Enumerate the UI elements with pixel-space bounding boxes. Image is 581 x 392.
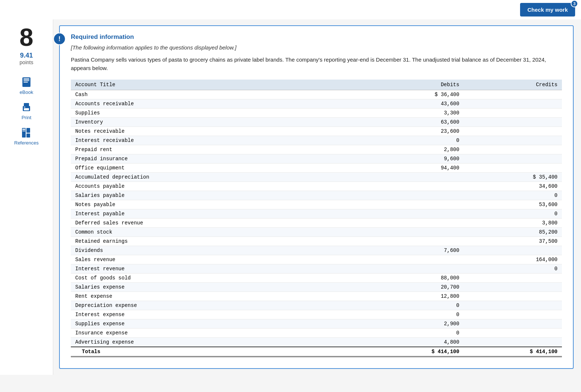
debit-cell: 7,600 [366,246,464,255]
table-row: Advertising expense4,800 [71,338,562,347]
table-row: Interest payable0 [71,209,562,219]
debit-cell: 20,700 [366,283,464,292]
credit-cell [464,301,562,310]
table-row: Dividends7,600 [71,246,562,255]
debit-cell: 0 [366,310,464,319]
account-cell: Accounts receivable [71,99,366,109]
table-row: Salaries payable0 [71,191,562,200]
account-cell: Advertising expense [71,338,366,347]
italic-info-text: [The following information applies to th… [71,44,562,51]
svg-rect-3 [23,82,28,83]
print-label: Print [22,115,32,120]
debit-cell: 43,600 [366,99,464,109]
debit-cell: 0 [366,329,464,338]
account-cell: Interest receivable [71,136,366,145]
credit-cell: 0 [464,264,562,274]
table-row: Office equipment94,400 [71,164,562,173]
credit-cell [464,292,562,301]
credit-cell: 3,800 [464,219,562,228]
question-number: 8 [19,25,33,50]
ebook-label: eBook [20,89,33,95]
debit-cell: 88,000 [366,274,464,283]
debit-cell: 94,400 [366,164,464,173]
credit-cell: 0 [464,191,562,200]
debit-cell [366,209,464,219]
svg-rect-5 [24,103,29,107]
table-row: Depreciation expense0 [71,301,562,310]
table-row: Notes receivable23,600 [71,127,562,136]
debit-cell [366,200,464,209]
credit-cell [464,319,562,329]
left-sidebar: 8 9.41 points eBook [0,19,53,375]
account-cell: Cost of goods sold [71,274,366,283]
debit-cell: 4,800 [366,338,464,347]
table-row: Cash$ 36,400 [71,90,562,99]
info-icon: ! [53,33,66,45]
table-row: Salaries expense20,700 [71,283,562,292]
table-row: Cost of goods sold88,000 [71,274,562,283]
debit-cell: 0 [366,301,464,310]
credit-cell [464,310,562,319]
col-header-debits: Debits [366,80,464,90]
ebook-button[interactable]: eBook [20,76,33,95]
credit-cell [464,127,562,136]
references-icon [20,126,33,139]
svg-rect-9 [26,128,30,133]
account-cell: Prepaid insurance [71,154,366,164]
debit-cell: 0 [366,136,464,145]
table-row: Rent expense12,800 [71,292,562,301]
credit-cell: 85,200 [464,228,562,237]
credit-cell [464,329,562,338]
trial-balance-table: Account Title Debits Credits Cash$ 36,40… [71,80,562,357]
references-button[interactable]: References [14,126,39,146]
credit-cell [464,136,562,145]
print-button[interactable]: Print [20,101,33,120]
debit-cell [366,182,464,191]
description-text: Pastina Company sells various types of p… [71,56,562,72]
credit-cell [464,164,562,173]
svg-rect-11 [22,129,25,130]
table-row: Supplies expense2,900 [71,319,562,329]
svg-rect-10 [26,133,30,138]
table-row: Prepaid insurance9,600 [71,154,562,164]
table-row: Notes payable53,600 [71,200,562,209]
check-my-work-button[interactable]: Check my work 3 [520,3,575,17]
account-cell: Cash [71,90,366,99]
totals-row: Totals$ 414,100$ 414,100 [71,347,562,357]
debit-cell [366,219,464,228]
account-cell: Interest expense [71,310,366,319]
table-row: Accumulated depreciation$ 35,400 [71,173,562,182]
svg-rect-7 [24,107,25,107]
svg-rect-6 [24,108,29,110]
table-row: Deferred sales revenue3,800 [71,219,562,228]
table-row: Accounts payable34,600 [71,182,562,191]
account-cell: Office equipment [71,164,366,173]
references-label: References [14,140,39,146]
account-cell: Depreciation expense [71,301,366,310]
account-cell: Deferred sales revenue [71,219,366,228]
account-cell: Dividends [71,246,366,255]
debit-cell: 9,600 [366,154,464,164]
col-header-credits: Credits [464,80,562,90]
account-cell: Salaries expense [71,283,366,292]
svg-rect-2 [23,80,29,81]
account-cell: Salaries payable [71,191,366,200]
credit-cell [464,154,562,164]
account-cell: Supplies expense [71,319,366,329]
table-row: Insurance expense0 [71,329,562,338]
credit-cell [464,274,562,283]
table-row: Supplies3,300 [71,109,562,118]
ebook-icon [20,76,33,89]
totals-label: Totals [71,347,366,357]
totals-credit: $ 414,100 [464,347,562,357]
debit-cell [366,255,464,264]
account-cell: Common stock [71,228,366,237]
credit-cell: 164,000 [464,255,562,264]
account-cell: Accounts payable [71,182,366,191]
debit-cell: 3,300 [366,109,464,118]
debit-cell [366,173,464,182]
account-cell: Interest revenue [71,264,366,274]
debit-cell: 23,600 [366,127,464,136]
table-row: Interest revenue0 [71,264,562,274]
account-cell: Accumulated depreciation [71,173,366,182]
